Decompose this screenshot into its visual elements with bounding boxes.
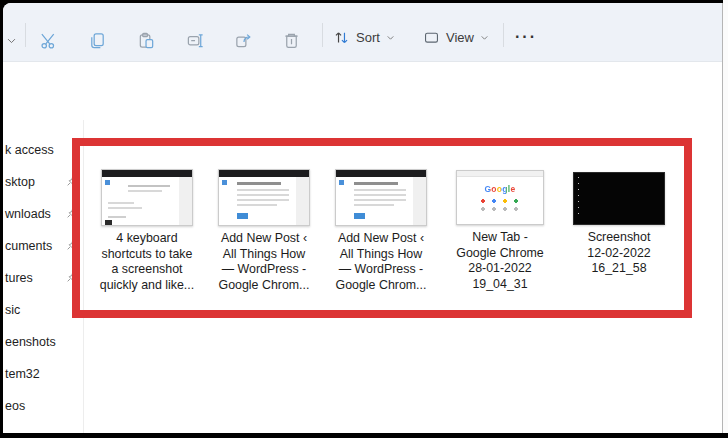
sidebar-item-label: k access [5,143,54,157]
desktop-background-strip [723,0,728,433]
scissors-icon [39,31,58,50]
google-logo: Google [484,184,515,194]
toolbar-divider [25,23,26,47]
chevron-down-icon [6,35,17,46]
pin-icon [66,272,77,283]
ellipsis-icon: ··· [515,28,537,46]
pin-icon [66,208,77,219]
content-area: k access sktop wnloads cuments tures sic… [3,120,722,433]
file-label: Screenshot 12-02-2022 16_21_58 [587,230,650,277]
file-label: 4 keyboard shortcuts to take a screensho… [100,231,194,293]
sidebar-item-downloads[interactable]: wnloads [3,200,82,228]
paste-icon [137,31,156,50]
file-thumbnail [101,169,193,226]
new-menu-chevron[interactable] [3,25,19,55]
screen: Sort View ··· [0,0,728,438]
file-item[interactable]: Google New Tab - Google Chrome 28-01-202… [447,166,553,292]
file-thumbnail [218,169,310,226]
command-toolbar: Sort View ··· [3,3,722,62]
copy-icon [88,31,107,50]
sidebar-item-label: sktop [5,175,35,189]
sidebar-item-screenshots[interactable]: eenshots [3,328,82,356]
sidebar-item-system32[interactable]: tem32 [3,360,82,388]
sidebar-item-documents[interactable]: cuments [3,232,82,260]
shortcut-dots [478,197,522,213]
pin-icon [66,176,77,187]
file-item[interactable]: Screenshot 12-02-2022 16_21_58 [566,166,672,277]
file-thumbnail: Google [456,170,544,225]
more-options-button[interactable]: ··· [509,23,543,51]
sidebar-item-pictures[interactable]: tures [3,264,82,292]
paste-button[interactable] [131,25,161,55]
sidebar-item-videos[interactable]: eos [3,392,82,420]
sidebar-divider [83,120,84,433]
copy-button[interactable] [82,25,112,55]
file-label: Add New Post ‹ All Things How — WordPres… [336,231,427,293]
trash-icon [282,31,301,50]
file-item[interactable]: Add New Post ‹ All Things How — WordPres… [328,166,434,293]
view-icon [423,29,440,46]
file-item[interactable]: Add New Post ‹ All Things How — WordPres… [211,166,317,293]
file-label: New Tab - Google Chrome 28-01-2022 19_04… [456,230,543,292]
cut-button[interactable] [33,25,63,55]
toolbar-divider [322,23,323,47]
sidebar-item-quick-access[interactable]: k access [3,136,82,164]
file-thumbnail [335,169,427,226]
sort-label: Sort [356,30,380,45]
toolbar-divider [503,23,504,47]
sidebar-item-music[interactable]: sic [3,296,82,324]
sidebar-item-label: tures [5,271,33,285]
chevron-down-icon [386,33,395,42]
chevron-down-icon [480,33,489,42]
file-label: Add New Post ‹ All Things How — WordPres… [219,231,310,293]
sidebar-item-label: cuments [5,239,52,253]
view-label: View [446,30,474,45]
sidebar-item-label: eos [5,399,25,413]
sort-button[interactable]: Sort [327,23,401,51]
pin-icon [66,240,77,251]
file-item[interactable]: 4 keyboard shortcuts to take a screensho… [94,166,200,293]
sidebar-item-label: tem32 [5,367,40,381]
view-button[interactable]: View [417,23,495,51]
file-thumbnail [573,172,665,225]
sidebar-item-label: eenshots [5,335,56,349]
sidebar-item-label: sic [5,303,20,317]
sidebar-item-label: wnloads [5,207,51,221]
sidebar-item-desktop[interactable]: sktop [3,168,82,196]
rename-icon [186,31,205,50]
rename-button[interactable] [180,25,210,55]
sort-arrows-icon [333,29,350,46]
address-row: › This PC › Videos › Captures [3,62,722,120]
file-explorer-window: Sort View ··· [3,3,723,433]
share-button[interactable] [228,25,258,55]
delete-button[interactable] [276,25,306,55]
share-icon [234,31,253,50]
